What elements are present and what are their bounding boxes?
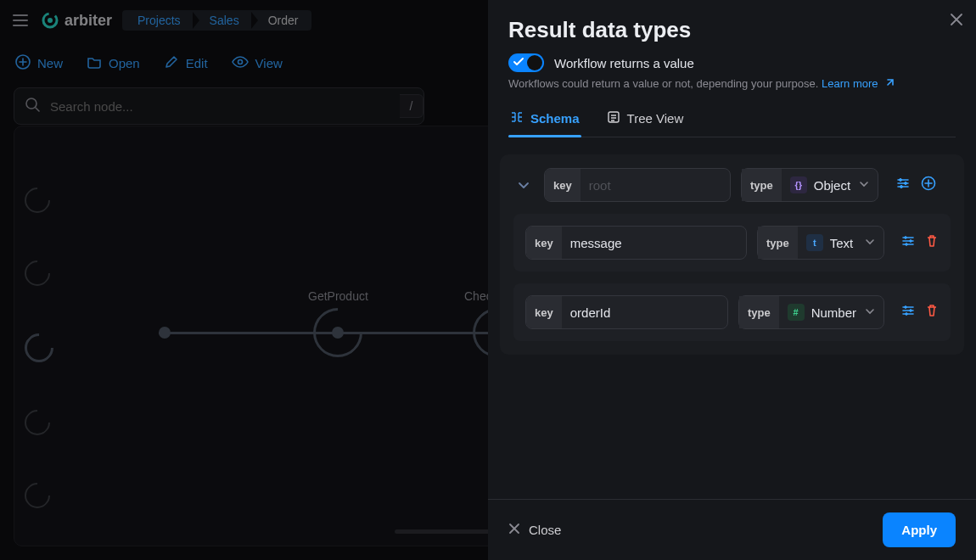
return-value-toggle[interactable] xyxy=(508,53,544,72)
learn-more-link[interactable]: Learn more xyxy=(822,77,895,90)
panel-footer: Close Apply xyxy=(488,499,976,560)
key-input[interactable] xyxy=(562,236,746,250)
type-label: type xyxy=(758,227,798,259)
toggle-label: Workflow returns a value xyxy=(554,56,694,70)
root-key-field[interactable]: key xyxy=(544,168,731,202)
type-select[interactable]: type t Text xyxy=(757,226,884,260)
key-label: key xyxy=(526,296,562,328)
root-type-select[interactable]: type {} Object xyxy=(741,168,878,202)
apply-button[interactable]: Apply xyxy=(883,512,956,547)
type-value: Number xyxy=(811,305,856,320)
svg-point-6 xyxy=(900,179,902,182)
type-label: type xyxy=(742,169,782,201)
chevron-down-icon xyxy=(850,177,878,193)
schema-editor: key type {} Object key xyxy=(488,137,976,499)
key-label: key xyxy=(545,169,581,201)
root-type-value: Object xyxy=(814,178,850,193)
add-property-icon[interactable] xyxy=(921,176,936,194)
chevron-down-icon xyxy=(856,305,883,320)
external-link-icon xyxy=(881,77,895,90)
tab-tree-label: Tree View xyxy=(627,111,684,126)
tree-icon xyxy=(607,110,620,126)
schema-row-root: key type {} Object xyxy=(513,168,951,202)
object-type-badge: {} xyxy=(790,176,807,193)
tab-schema[interactable]: Schema xyxy=(508,102,581,137)
schema-root-card: key type {} Object key xyxy=(500,154,964,355)
type-label: type xyxy=(739,296,779,328)
delete-icon[interactable] xyxy=(925,234,939,251)
number-type-badge: # xyxy=(788,304,805,321)
close-icon[interactable] xyxy=(949,12,964,31)
subtext-body: Workflows could return a value or not, d… xyxy=(508,77,822,90)
settings-icon[interactable] xyxy=(901,234,915,251)
tab-schema-label: Schema xyxy=(530,111,580,126)
type-value: Text xyxy=(830,236,856,250)
type-select[interactable]: type # Number xyxy=(738,295,884,329)
learn-more-label: Learn more xyxy=(822,77,878,90)
result-types-panel: Result data types Workflow returns a val… xyxy=(488,0,976,560)
schema-icon xyxy=(510,110,524,126)
svg-point-14 xyxy=(910,310,912,312)
settings-icon[interactable] xyxy=(901,304,915,321)
svg-point-12 xyxy=(906,244,908,246)
svg-point-11 xyxy=(910,240,912,243)
close-x-icon xyxy=(508,523,520,537)
key-input[interactable] xyxy=(562,305,728,320)
svg-point-15 xyxy=(906,313,908,316)
svg-point-7 xyxy=(905,182,907,185)
svg-point-8 xyxy=(900,186,903,188)
svg-point-13 xyxy=(905,306,907,309)
collapse-icon[interactable] xyxy=(513,178,534,192)
toggle-knob xyxy=(527,55,542,70)
settings-icon[interactable] xyxy=(895,176,911,194)
key-label: key xyxy=(526,227,562,259)
close-label: Close xyxy=(529,523,561,537)
panel-subtext: Workflows could return a value or not, d… xyxy=(508,77,956,90)
schema-row: key type # Number xyxy=(513,283,951,341)
text-type-badge: t xyxy=(806,234,823,251)
key-field[interactable]: key xyxy=(525,295,728,329)
delete-icon[interactable] xyxy=(925,304,939,321)
panel-title: Result data types xyxy=(508,17,956,43)
close-button[interactable]: Close xyxy=(508,523,561,537)
key-field[interactable]: key xyxy=(525,226,747,260)
tab-tree[interactable]: Tree View xyxy=(605,102,686,137)
root-key-input[interactable] xyxy=(581,178,731,193)
schema-row: key type t Text xyxy=(513,214,951,272)
svg-point-10 xyxy=(905,237,907,239)
check-icon xyxy=(513,56,526,70)
chevron-down-icon xyxy=(856,235,883,250)
panel-tabs: Schema Tree View xyxy=(508,102,956,137)
